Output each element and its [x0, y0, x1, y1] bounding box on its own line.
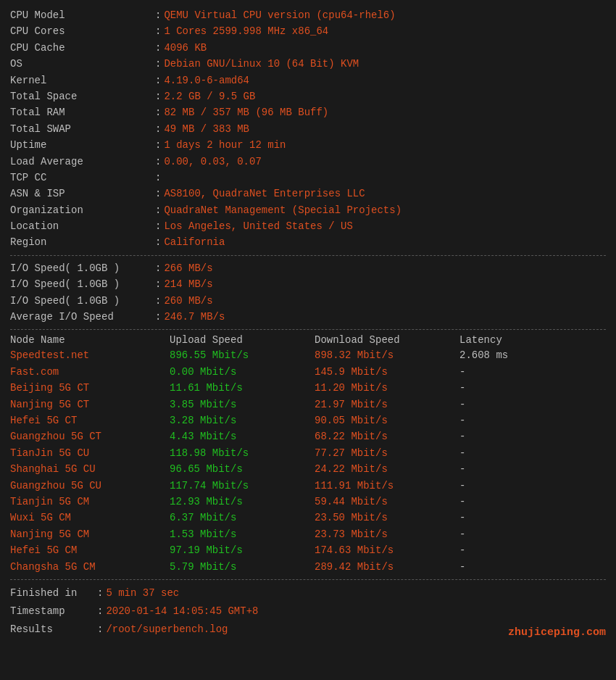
col-download: Download Speed [315, 334, 459, 346]
td-node: Tianjin 5G CM [10, 494, 170, 510]
iospeed-row: Average I/O Speed : 246.7 MB/s [10, 309, 606, 325]
td-latency: - [459, 526, 532, 542]
td-latency: - [459, 428, 532, 444]
row-label: I/O Speed( 1.0GB ) [10, 293, 155, 309]
network-row: Fast.com0.00 Mbit/s145.9 Mbit/s- [10, 364, 606, 380]
finished-value: 5 min 37 sec [106, 584, 179, 602]
row-label: I/O Speed( 1.0GB ) [10, 276, 155, 292]
td-upload: 97.19 Mbit/s [170, 542, 315, 558]
col-node: Node Name [10, 334, 170, 346]
network-row: Guangzhou 5G CT4.43 Mbit/s68.22 Mbit/s- [10, 428, 606, 444]
row-value: 82 MB / 357 MB (96 MB Buff) [164, 104, 328, 120]
td-node: Guangzhou 5G CT [10, 428, 170, 444]
td-latency: - [459, 510, 532, 526]
row-label: Average I/O Speed [10, 309, 155, 325]
td-download: 111.91 Mbit/s [315, 478, 459, 494]
td-download: 59.44 Mbit/s [315, 494, 459, 510]
row-label: ASN & ISP [10, 186, 155, 202]
iospeed-row: I/O Speed( 1.0GB ) : 266 MB/s [10, 260, 606, 276]
divider-2 [10, 329, 606, 330]
network-section: Node Name Upload Speed Download Speed La… [10, 334, 606, 574]
td-upload: 12.93 Mbit/s [170, 494, 315, 510]
td-latency: - [459, 542, 532, 558]
iospeed-section: I/O Speed( 1.0GB ) : 266 MB/sI/O Speed( … [10, 260, 606, 326]
row-label: CPU Cores [10, 23, 155, 39]
network-row: Nanjing 5G CT3.85 Mbit/s21.97 Mbit/s- [10, 397, 606, 412]
td-latency: - [459, 397, 532, 412]
td-node: Speedtest.net [10, 347, 170, 363]
network-row: Speedtest.net896.55 Mbit/s898.32 Mbit/s2… [10, 347, 606, 363]
td-node: Fast.com [10, 364, 170, 380]
td-upload: 3.28 Mbit/s [170, 412, 315, 428]
td-download: 68.22 Mbit/s [315, 428, 459, 444]
network-row: Nanjing 5G CM1.53 Mbit/s23.73 Mbit/s- [10, 526, 606, 542]
td-node: Hefei 5G CT [10, 412, 170, 428]
row-label: Region [10, 234, 155, 250]
row-value: 260 MB/s [164, 293, 212, 309]
td-node: Nanjing 5G CM [10, 526, 170, 542]
row-value: California [164, 234, 225, 250]
row-value: 1 days 2 hour 12 min [164, 137, 286, 153]
td-upload: 6.37 Mbit/s [170, 510, 315, 526]
td-download: 23.50 Mbit/s [315, 510, 459, 526]
network-row: Wuxi 5G CM6.37 Mbit/s23.50 Mbit/s- [10, 510, 606, 526]
td-latency: - [459, 364, 532, 380]
iospeed-row: I/O Speed( 1.0GB ) : 260 MB/s [10, 293, 606, 309]
finished-row: Finished in : 5 min 37 sec [10, 584, 606, 602]
row-value: QEMU Virtual CPU version (cpu64-rhel6) [164, 7, 395, 23]
td-node: Guangzhou 5G CU [10, 478, 170, 494]
td-node: Changsha 5G CM [10, 559, 170, 575]
footer-section: Finished in : 5 min 37 secTimestamp : 20… [10, 584, 606, 639]
results-value: /root/superbench.log [106, 621, 228, 639]
timestamp-row: Timestamp : 2020-01-14 14:05:45 GMT+8 [10, 602, 606, 621]
results-label: Results [10, 621, 97, 639]
td-node: Hefei 5G CM [10, 542, 170, 558]
row-value: Los Angeles, United States / US [164, 218, 352, 234]
td-latency: - [459, 559, 532, 575]
sysinfo-row: Region : California [10, 234, 606, 250]
td-download: 77.27 Mbit/s [315, 445, 459, 461]
td-latency: - [459, 494, 532, 510]
row-value: 266 MB/s [164, 260, 212, 276]
td-upload: 1.53 Mbit/s [170, 526, 315, 542]
td-download: 145.9 Mbit/s [315, 364, 459, 380]
td-node: Beijing 5G CT [10, 380, 170, 396]
td-upload: 11.61 Mbit/s [170, 380, 315, 396]
row-label: TCP CC [10, 170, 155, 186]
row-label: OS [10, 56, 155, 72]
td-node: Wuxi 5G CM [10, 510, 170, 526]
td-latency: - [459, 412, 532, 428]
row-label: Total RAM [10, 104, 155, 120]
td-upload: 0.00 Mbit/s [170, 364, 315, 380]
sysinfo-row: Total RAM : 82 MB / 357 MB (96 MB Buff) [10, 104, 606, 120]
td-latency: - [459, 445, 532, 461]
sysinfo-row: CPU Cache : 4096 KB [10, 40, 606, 56]
td-download: 23.73 Mbit/s [315, 526, 459, 542]
network-header: Node Name Upload Speed Download Speed La… [10, 334, 606, 346]
footer-bottom: Results : /root/superbench.log zhujicepi… [10, 621, 606, 639]
brand: zhujiceping.com [508, 626, 606, 639]
sysinfo-row: CPU Model : QEMU Virtual CPU version (cp… [10, 7, 606, 23]
divider-3 [10, 579, 606, 580]
row-label: Organization [10, 202, 155, 218]
td-upload: 4.43 Mbit/s [170, 428, 315, 444]
network-row: Changsha 5G CM5.79 Mbit/s289.42 Mbit/s- [10, 559, 606, 575]
sysinfo-row: Kernel : 4.19.0-6-amd64 [10, 72, 606, 88]
row-value: 1 Cores 2599.998 MHz x86_64 [164, 23, 328, 39]
row-label: Uptime [10, 137, 155, 153]
td-upload: 117.74 Mbit/s [170, 478, 315, 494]
td-download: 898.32 Mbit/s [315, 347, 459, 363]
sysinfo-row: OS : Debian GNU/Linux 10 (64 Bit) KVM [10, 56, 606, 72]
sysinfo-row: Load Average : 0.00, 0.03, 0.07 [10, 154, 606, 170]
row-label: Total Space [10, 88, 155, 104]
td-upload: 5.79 Mbit/s [170, 559, 315, 575]
row-value: Debian GNU/Linux 10 (64 Bit) KVM [164, 56, 359, 72]
row-label: CPU Model [10, 7, 155, 23]
sysinfo-row: Total SWAP : 49 MB / 383 MB [10, 121, 606, 137]
network-row: Shanghai 5G CU96.65 Mbit/s24.22 Mbit/s- [10, 461, 606, 477]
td-download: 289.42 Mbit/s [315, 559, 459, 575]
sysinfo-row: Uptime : 1 days 2 hour 12 min [10, 137, 606, 153]
network-row: Beijing 5G CT11.61 Mbit/s11.20 Mbit/s- [10, 380, 606, 396]
row-value: 4096 KB [164, 40, 207, 56]
row-label: Kernel [10, 72, 155, 88]
